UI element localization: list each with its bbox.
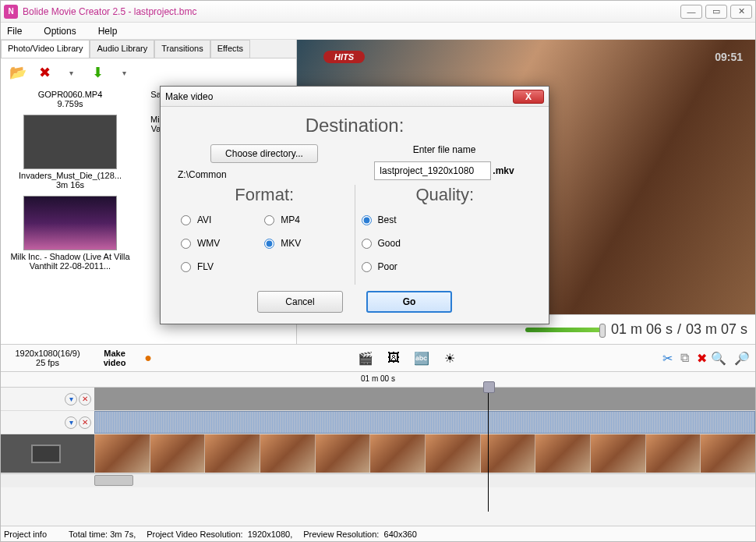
- format-heading: Format:: [181, 185, 348, 205]
- menu-file[interactable]: File: [7, 26, 22, 37]
- playhead[interactable]: [488, 388, 489, 512]
- quality-heading: Quality:: [362, 185, 529, 205]
- track-body[interactable]: [94, 411, 755, 434]
- item-name: GOPR0060.MP4: [4, 90, 136, 99]
- item-name: Invaders_Must_Die_(128...: [4, 171, 136, 180]
- format-flv[interactable]: FLV: [181, 261, 264, 272]
- thumbnail: [23, 196, 117, 250]
- preview-res-label: Preview Resolution:: [303, 530, 379, 539]
- total-time: 03 m 07 s: [686, 321, 747, 338]
- zoom-out-icon[interactable]: 🔍: [710, 349, 727, 367]
- tab-transitions[interactable]: Transitions: [154, 40, 210, 58]
- track-body[interactable]: [94, 434, 755, 473]
- menubar: File Options Help: [1, 23, 755, 40]
- dialog-titlebar: Make video X: [161, 87, 549, 107]
- statusbar: Project info Total time: 3m 7s, Project …: [1, 526, 755, 541]
- thumbnail: [23, 115, 117, 169]
- track-audio: ▾ ✕: [1, 411, 755, 434]
- list-item[interactable]: Milk Inc. - Shadow (Live At Villa Vanthi…: [4, 196, 136, 271]
- hits-badge: HITS: [323, 51, 365, 63]
- preview-res-value: 640x360: [384, 530, 417, 539]
- project-info-label[interactable]: Project info: [4, 530, 47, 539]
- project-strip: 1920x1080(16/9) 25 fps Make video ● 🎬 🖼 …: [1, 344, 755, 372]
- filename-label: Enter file name: [354, 144, 535, 155]
- quality-best[interactable]: Best: [362, 214, 529, 225]
- menu-help[interactable]: Help: [98, 26, 118, 37]
- total-time-label: Total time:: [69, 530, 108, 539]
- timeline: 01 m 00 s ▾ ✕ ▾ ✕: [1, 372, 755, 526]
- project-res-value: 1920x1080,: [248, 530, 293, 539]
- expand-icon[interactable]: ▾: [65, 416, 77, 429]
- tool-icon[interactable]: 🎬: [357, 349, 374, 367]
- film-icon: [31, 445, 61, 463]
- quality-good[interactable]: Good: [362, 238, 529, 249]
- copy-icon[interactable]: ⧉: [676, 349, 693, 367]
- expand-icon[interactable]: ▾: [65, 393, 77, 406]
- project-res-label: Project Video Resolution:: [147, 530, 242, 539]
- dialog-close-button[interactable]: X: [513, 90, 544, 104]
- dropdown-icon[interactable]: ▾: [60, 62, 82, 83]
- timeline-ruler[interactable]: 01 m 00 s: [1, 372, 755, 388]
- minimize-button[interactable]: —: [680, 5, 702, 19]
- project-resolution[interactable]: 1920x1080(16/9) 25 fps: [5, 349, 90, 367]
- make-video-button[interactable]: Make video: [97, 349, 132, 367]
- tab-audio[interactable]: Audio Library: [90, 40, 154, 58]
- titlebar: N Bolide Movie Creator 2.5 - lastproject…: [1, 1, 755, 23]
- track-body[interactable]: [94, 388, 755, 410]
- broadcast-clock: 09:51: [715, 51, 743, 63]
- item-duration: 3m 16s: [4, 180, 136, 190]
- tool-icon[interactable]: 🔤: [413, 349, 430, 367]
- window-title: Bolide Movie Creator 2.5 - lastproject.b…: [23, 6, 196, 17]
- zoom-in-icon[interactable]: 🔎: [733, 349, 751, 367]
- tab-photo-video[interactable]: Photo/Video Library: [1, 40, 90, 58]
- delete-icon[interactable]: ✖: [34, 62, 55, 83]
- maximize-button[interactable]: ▭: [705, 5, 727, 19]
- directory-path: Z:\Common: [175, 169, 354, 180]
- cut-icon[interactable]: ✂: [659, 349, 676, 367]
- track-video: [1, 434, 755, 473]
- cancel-button[interactable]: Cancel: [257, 291, 343, 313]
- total-time-value: 3m 7s,: [110, 530, 136, 539]
- dialog-title: Make video: [165, 91, 213, 102]
- timeline-scrollbar[interactable]: [1, 473, 755, 487]
- quality-poor[interactable]: Poor: [362, 261, 529, 272]
- make-video-dialog: Make video X Destination: Choose directo…: [160, 86, 549, 324]
- delete-icon[interactable]: ✖: [693, 349, 710, 367]
- download-icon[interactable]: ⬇: [87, 62, 108, 83]
- file-extension: .mkv: [493, 165, 514, 176]
- open-folder-icon[interactable]: 📂: [7, 62, 29, 83]
- menu-options[interactable]: Options: [44, 26, 76, 37]
- tab-effects[interactable]: Effects: [210, 40, 250, 58]
- delete-track-icon[interactable]: ✕: [79, 416, 91, 429]
- close-button[interactable]: ✕: [730, 5, 752, 19]
- tool-icon[interactable]: 🖼: [385, 349, 402, 367]
- track-overlay: ▾ ✕: [1, 388, 755, 411]
- go-button[interactable]: Go: [366, 291, 452, 313]
- filename-input[interactable]: [374, 161, 491, 180]
- dropdown-icon[interactable]: ▾: [113, 62, 135, 83]
- tool-icon[interactable]: ☀: [441, 349, 458, 367]
- record-icon[interactable]: ●: [140, 349, 157, 367]
- item-name: Milk Inc. - Shadow (Live At Villa Vanthi…: [4, 252, 136, 271]
- current-time: 01 m 06 s: [611, 321, 673, 338]
- format-mp4[interactable]: MP4: [264, 214, 348, 225]
- destination-heading: Destination:: [175, 115, 535, 136]
- format-wmv[interactable]: WMV: [181, 238, 264, 249]
- volume-slider[interactable]: [525, 328, 603, 332]
- delete-track-icon[interactable]: ✕: [79, 393, 91, 406]
- library-tabs: Photo/Video Library Audio Library Transi…: [1, 40, 296, 58]
- list-item[interactable]: Invaders_Must_Die_(128... 3m 16s: [4, 115, 136, 190]
- app-icon: N: [4, 5, 18, 19]
- format-mkv[interactable]: MKV: [264, 238, 348, 249]
- library-toolbar: 📂 ✖ ▾ ⬇ ▾: [1, 58, 296, 87]
- format-avi[interactable]: AVI: [181, 214, 264, 225]
- item-duration: 9.759s: [4, 99, 136, 108]
- list-item[interactable]: GOPR0060.MP4 9.759s: [4, 90, 136, 108]
- choose-directory-button[interactable]: Choose directory...: [210, 144, 318, 163]
